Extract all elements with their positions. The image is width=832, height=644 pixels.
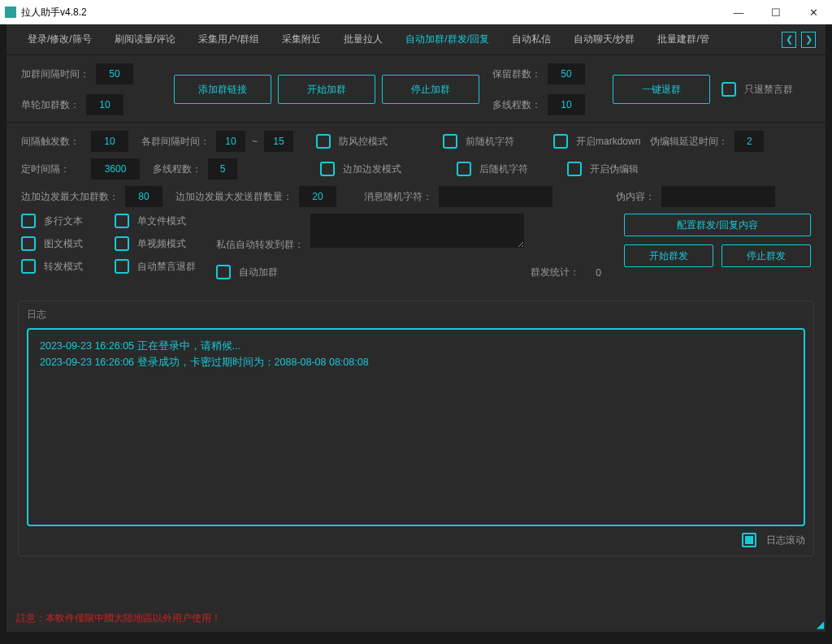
anti-risk-checkbox[interactable] [316, 134, 331, 149]
stats-value: 0 [596, 267, 601, 279]
stats-label: 群发统计： [531, 266, 579, 279]
fake-delay-label: 伪编辑延迟时间： [650, 135, 728, 149]
tab-bulk-create[interactable]: 批量建群/管 [646, 26, 720, 53]
markdown-checkbox[interactable] [553, 134, 568, 149]
resize-grip[interactable]: ◢ [817, 619, 824, 630]
max-send-label: 边加边发最大发送群数量： [176, 190, 292, 204]
msg-rand-input[interactable] [439, 186, 552, 207]
threads1-label: 多线程数： [492, 98, 541, 112]
log-box[interactable]: 2023-09-23 16:26:05 正在登录中，请稍候... 2023-09… [27, 328, 805, 526]
log-title: 日志 [27, 308, 805, 322]
exit-all-button[interactable]: 一键退群 [613, 75, 710, 104]
interval-input[interactable] [96, 63, 133, 84]
minimize-button[interactable]: — [720, 0, 757, 24]
log-scroll-checkbox[interactable] [742, 533, 756, 547]
stop-send-button[interactable]: 停止群发 [722, 244, 811, 267]
fake-delay-input[interactable] [734, 131, 764, 152]
log-line: 2023-09-23 16:26:05 正在登录中，请稍候... [40, 338, 792, 354]
max-send-input[interactable] [299, 186, 336, 207]
stop-join-button[interactable]: 停止加群 [382, 75, 479, 104]
threads1-input[interactable] [548, 94, 585, 115]
only-exit-muted-checkbox[interactable] [722, 82, 736, 97]
log-section: 日志 2023-09-23 16:26:05 正在登录中，请稍候... 2023… [18, 300, 814, 556]
tab-auto-group[interactable]: 自动加群/群发/回复 [394, 26, 500, 53]
tab-views[interactable]: 刷阅读量/评论 [103, 26, 187, 53]
config-content-button[interactable]: 配置群发/回复内容 [624, 214, 811, 236]
pre-random-checkbox[interactable] [443, 134, 457, 149]
add-group-link-button[interactable]: 添加群链接 [174, 75, 271, 104]
trigger-label: 间隔触发数： [21, 135, 84, 149]
per-round-label: 单轮加群数： [21, 98, 80, 112]
per-group-label: 各群间隔时间： [141, 135, 210, 149]
tab-login[interactable]: 登录/修改/筛号 [16, 26, 103, 53]
fake-content-input[interactable] [661, 186, 775, 207]
image-text-checkbox[interactable] [21, 236, 36, 251]
msg-rand-label: 消息随机字符： [364, 190, 432, 204]
titlebar: 拉人助手v4.8.2 — ☐ ✕ [0, 0, 832, 24]
forward-checkbox[interactable] [21, 259, 36, 274]
tabs-scroll-right[interactable]: ❯ [801, 32, 816, 48]
log-scroll-label: 日志滚动 [766, 534, 805, 547]
log-line: 2023-09-23 16:26:06 登录成功，卡密过期时间为：2088-08… [40, 354, 792, 370]
trigger-input[interactable] [91, 131, 128, 152]
per-round-input[interactable] [86, 94, 124, 115]
fake-content-label: 伪内容： [616, 190, 655, 204]
only-exit-muted-label: 只退禁言群 [744, 83, 793, 97]
dm-forward-input[interactable] [310, 214, 524, 248]
start-join-button[interactable]: 开始加群 [278, 75, 375, 104]
timed-label: 定时间隔： [21, 162, 84, 176]
tab-auto-chat[interactable]: 自动聊天/炒群 [562, 26, 646, 53]
start-send-button[interactable]: 开始群发 [624, 244, 713, 267]
max-join-label: 边加边发最大加群数： [21, 190, 119, 204]
threads2-label: 多线程数： [153, 162, 202, 176]
per-group-a-input[interactable] [216, 131, 245, 152]
simul-mode-checkbox[interactable] [320, 162, 335, 176]
maximize-button[interactable]: ☐ [757, 0, 795, 24]
tab-collect-users[interactable]: 采集用户/群组 [187, 26, 271, 53]
footer-warning: 註意：本軟件僅限中國大陸地區以外用户使用！ [16, 612, 221, 625]
tab-bulk-pull[interactable]: 批量拉人 [332, 26, 394, 53]
app-icon [5, 6, 16, 18]
tab-collect-nearby[interactable]: 采集附近 [271, 26, 332, 53]
auto-mute-exit-checkbox[interactable] [115, 259, 129, 274]
post-random-checkbox[interactable] [457, 162, 471, 176]
keep-input[interactable] [548, 63, 585, 84]
timed-input[interactable] [91, 158, 140, 179]
threads2-input[interactable] [208, 158, 237, 179]
tab-bar: 登录/修改/筛号 刷阅读量/评论 采集用户/群组 采集附近 批量拉人 自动加群/… [6, 24, 826, 55]
max-join-input[interactable] [125, 186, 162, 207]
multi-text-checkbox[interactable] [21, 214, 36, 228]
single-file-checkbox[interactable] [115, 214, 129, 228]
interval-label: 加群间隔时间： [21, 67, 89, 81]
fake-edit-checkbox[interactable] [567, 162, 582, 176]
dm-forward-label: 私信自动转发到群： [216, 238, 304, 252]
close-button[interactable]: ✕ [795, 0, 832, 24]
per-group-b-input[interactable] [264, 131, 293, 152]
tabs-scroll-left[interactable]: ❮ [782, 32, 796, 48]
tab-auto-dm[interactable]: 自动私信 [500, 26, 562, 53]
keep-label: 保留群数： [492, 67, 541, 81]
auto-join-checkbox[interactable] [216, 265, 231, 279]
window-title: 拉人助手v4.8.2 [21, 6, 720, 19]
single-video-checkbox[interactable] [115, 236, 129, 251]
